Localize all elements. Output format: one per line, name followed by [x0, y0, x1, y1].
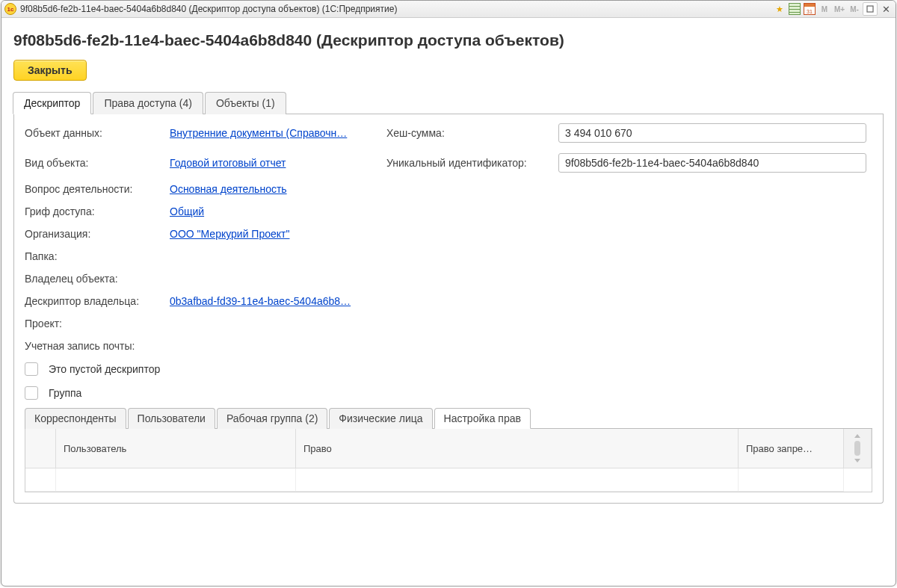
scroll-thumb[interactable] — [854, 441, 860, 456]
input-uid[interactable] — [558, 153, 866, 173]
tab-persons[interactable]: Физические лица — [329, 408, 432, 429]
link-data-object[interactable]: Внутренние документы (Справочн… — [170, 127, 379, 139]
inner-tabs: Корреспонденты Пользователи Рабочая груп… — [25, 407, 872, 429]
link-access-stamp[interactable]: Общий — [170, 205, 872, 217]
tab-workgroup[interactable]: Рабочая группа (2) — [217, 408, 327, 429]
close-button[interactable]: ✕ — [879, 3, 893, 15]
tab-users[interactable]: Пользователи — [128, 408, 215, 429]
page-title: 9f08b5d6-fe2b-11e4-baec-5404a6b8d840 (Де… — [13, 31, 884, 49]
close-form-button[interactable]: Закрыть — [13, 60, 87, 81]
window-title: 9f08b5d6-fe2b-11e4-baec-5404a6b8d840 (Де… — [20, 4, 397, 14]
checkbox-empty-descriptor[interactable] — [25, 362, 38, 376]
label-owner-descriptor: Дескриптор владельца: — [25, 295, 162, 307]
maximize-icon — [866, 5, 874, 13]
titlebar: 1c 9f08b5d6-fe2b-11e4-baec-5404a6b8d840 … — [1, 1, 896, 18]
scroll-down-icon — [854, 459, 860, 462]
tab-descriptor[interactable]: Дескриптор — [13, 92, 91, 114]
label-hash: Хеш-сумма: — [386, 127, 551, 139]
memory-mminus-button[interactable]: M- — [848, 3, 861, 15]
link-organization[interactable]: ООО "Меркурий Проект" — [170, 228, 872, 240]
memory-m-button[interactable]: M — [818, 3, 831, 15]
col-right[interactable]: Право — [296, 429, 739, 468]
tab-rights-setup[interactable]: Настройка прав — [434, 408, 531, 429]
app-icon: 1c — [4, 3, 16, 15]
col-user[interactable]: Пользователь — [56, 429, 296, 468]
label-group: Группа — [49, 387, 81, 399]
label-object-kind: Вид объекта: — [25, 157, 162, 169]
col-right-denied[interactable]: Право запре… — [739, 429, 844, 468]
main-tabs: Дескриптор Права доступа (4) Объекты (1) — [13, 91, 884, 114]
tab-panel-descriptor: Объект данных: Внутренние документы (Спр… — [13, 114, 884, 504]
label-folder: Папка: — [25, 250, 872, 262]
tab-access-rights[interactable]: Права доступа (4) — [93, 92, 203, 114]
label-uid: Уникальный идентификатор: — [386, 157, 551, 169]
col-marker — [25, 429, 56, 468]
label-empty-descriptor: Это пустой дескриптор — [49, 363, 160, 375]
label-owner: Владелец объекта: — [25, 273, 872, 285]
table-scrollbar[interactable] — [844, 429, 872, 468]
label-project: Проект: — [25, 318, 872, 329]
table-row[interactable] — [25, 468, 872, 492]
tab-objects[interactable]: Объекты (1) — [205, 92, 286, 114]
rights-table: Пользователь Право Право запре… — [25, 429, 872, 492]
svg-rect-0 — [867, 6, 873, 12]
favorites-star-icon[interactable]: ★ — [773, 3, 786, 15]
calendar-icon[interactable]: 31 — [803, 3, 816, 15]
close-icon: ✕ — [882, 4, 890, 15]
maximize-button[interactable] — [863, 2, 878, 16]
checkbox-group[interactable] — [25, 386, 38, 400]
link-activity[interactable]: Основная деятельность — [170, 183, 872, 195]
tab-correspondents[interactable]: Корреспонденты — [25, 408, 126, 429]
link-object-kind[interactable]: Годовой итоговый отчет — [170, 157, 379, 169]
label-activity: Вопрос деятельности: — [25, 183, 162, 195]
input-hash[interactable] — [558, 123, 866, 143]
calculator-icon[interactable] — [788, 3, 801, 15]
label-data-object: Объект данных: — [25, 127, 162, 139]
scroll-up-icon — [854, 434, 860, 438]
link-owner-descriptor[interactable]: 0b3afbad-fd39-11e4-baec-5404a6b8… — [170, 295, 872, 307]
label-mail-account: Учетная запись почты: — [25, 340, 872, 352]
memory-mplus-button[interactable]: M+ — [833, 3, 846, 15]
label-access-stamp: Гриф доступа: — [25, 205, 162, 217]
label-organization: Организация: — [25, 228, 162, 240]
